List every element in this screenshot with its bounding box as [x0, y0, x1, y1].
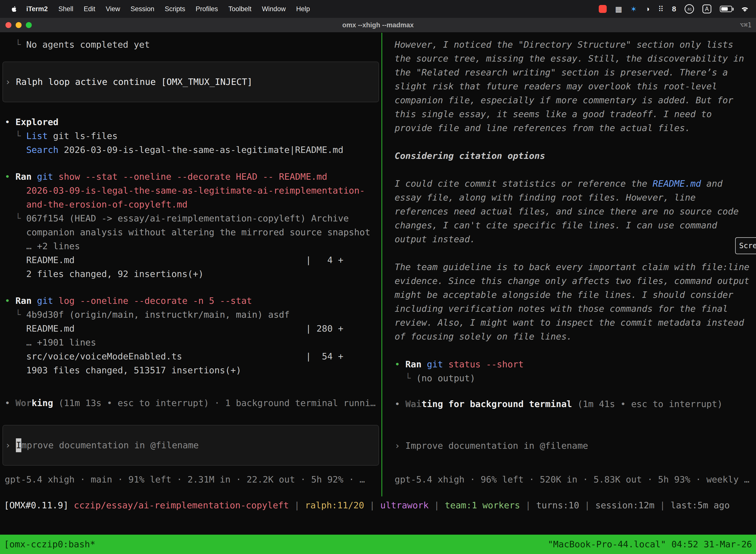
model-status-line: gpt-5.4 xhigh · main · 91% left · 2.31M …: [5, 473, 376, 487]
omx-last-activity: last:5m ago: [671, 498, 730, 512]
left-pane[interactable]: └No agents completed yet › Ralph loop ac…: [0, 33, 381, 496]
menu-item-help[interactable]: Help: [291, 5, 315, 13]
working-status-line: • Working (11m 13s • esc to interrupt) ·…: [5, 396, 376, 410]
prompt-input-area[interactable]: › Improve documentation in @filename: [395, 426, 750, 466]
truncated-lines-note: … +1901 lines: [15, 336, 96, 349]
right-pane[interactable]: However, I noticed the "Directory Struct…: [382, 33, 756, 496]
text-cursor: I: [16, 438, 21, 452]
dots-grid-icon[interactable]: ⠿: [658, 5, 664, 13]
tree-branch-icon: └: [15, 308, 26, 322]
menu-item-session[interactable]: Session: [125, 5, 160, 13]
truncated-lines-note: … +2 lines: [15, 239, 80, 253]
agents-completed-line: └No agents completed yet: [5, 38, 376, 52]
diffstat-summary: 2 files changed, 92 insertions(+): [15, 267, 204, 281]
waiting-status-line: • Waiting for background terminal (1m 41…: [395, 397, 750, 411]
thinking-heading: Considering citation options: [395, 149, 750, 163]
window-title-bar[interactable]: omx --xhigh --madmax ⌥⌘1: [0, 18, 756, 33]
menu-item-window[interactable]: Window: [257, 5, 291, 13]
prompt-placeholder: mprove documentation in @filename: [21, 438, 199, 452]
prompt-input-box[interactable]: › Improve documentation in @filename: [2, 425, 379, 466]
search-action-label: Search: [26, 143, 59, 157]
explored-title: Explored: [15, 115, 58, 129]
injected-message-text: Ralph loop active continue [OMX_TMUX_INJ…: [16, 75, 252, 89]
bullet-icon: •: [395, 357, 405, 371]
bullet-icon: •: [5, 294, 15, 308]
omx-version: [OMX#0.11.9]: [4, 498, 68, 512]
bullet-icon: •: [5, 170, 15, 184]
menu-item-toolbelt[interactable]: Toolbelt: [223, 5, 257, 13]
commit-summary: 067f154 (HEAD -> essay/ai-reimplementati…: [26, 212, 376, 239]
menu-bar: iTerm2 Shell Edit View Session Scripts P…: [0, 0, 756, 18]
diffstat-line: README.md | 4 +: [15, 253, 343, 267]
menu-status-icons: ▦ ✶ ◑ ⠿ 8 .61 A: [599, 4, 749, 14]
prompt-chevron-icon: ›: [395, 439, 405, 453]
tmux-panes: └No agents completed yet › Ralph loop ac…: [0, 33, 756, 496]
thinking-paragraph: However, I noticed the "Directory Struct…: [395, 38, 750, 135]
readme-link: README.md: [652, 178, 701, 189]
grid-icon[interactable]: ▦: [615, 5, 622, 13]
input-source-icon[interactable]: A: [702, 4, 711, 13]
menu-item-edit[interactable]: Edit: [79, 5, 101, 13]
model-status-line: gpt-5.4 xhigh · 96% left · 520K in · 5.8…: [395, 473, 750, 487]
bullet-icon: •: [395, 397, 405, 411]
essay-filename-line: and-the-erosion-of-copyleft.md: [15, 198, 188, 212]
menu-item-scripts[interactable]: Scripts: [160, 5, 190, 13]
command-output: (no output): [416, 371, 475, 385]
omx-mode: ultrawork: [380, 498, 429, 512]
injected-message-box: › Ralph loop active continue [OMX_TMUX_I…: [2, 62, 379, 102]
thinking-paragraph: The team guideline is to back every impo…: [395, 260, 750, 343]
minimize-window-button[interactable]: [16, 22, 21, 28]
terminal: └No agents completed yet › Ralph loop ac…: [0, 33, 756, 554]
ran-git-log-section: • Ran git log --oneline --decorate -n 5 …: [5, 294, 376, 377]
close-window-button[interactable]: [5, 22, 11, 28]
prompt-placeholder: Improve documentation in @filename: [405, 439, 588, 453]
menu-item-profiles[interactable]: Profiles: [190, 5, 223, 13]
list-action-label: List: [26, 129, 48, 143]
ran-label: Ran: [15, 294, 32, 308]
screen-toast: Scre: [735, 237, 756, 254]
left-pane-footer: • Working (11m 13s • esc to interrupt) ·…: [5, 396, 376, 487]
prompt-chevron-icon: ›: [5, 438, 16, 452]
omx-ralph-counter: ralph:11/20: [305, 498, 364, 512]
thinking-paragraph: I could cite commit statistics or refere…: [395, 177, 750, 246]
circle-icon[interactable]: ◑: [645, 5, 649, 13]
zoom-window-button[interactable]: [26, 22, 32, 28]
menu-item-iterm2[interactable]: iTerm2: [21, 5, 53, 13]
wifi-icon[interactable]: [741, 5, 749, 12]
tmux-host-clock: "MacBook-Pro-44.local" 04:52 31-Mar-26: [548, 537, 752, 551]
window-title: omx --xhigh --madmax: [0, 21, 756, 29]
tree-branch-icon: └: [15, 212, 26, 239]
window-controls: [0, 22, 32, 28]
ran-git-status-section: • Ran git status --short └ (no output): [395, 357, 750, 385]
explored-section: • Explored └ List git ls-files Search 20…: [5, 115, 376, 157]
screen-recording-indicator-icon[interactable]: [599, 5, 607, 13]
diffstat-summary: 1903 files changed, 513517 insertions(+): [15, 364, 241, 377]
omx-branch: cczip/essay/ai-reimplementation-copyleft: [74, 498, 289, 512]
tmux-status-bar: [omx-cczip0:bash* "MacBook-Pro-44.local"…: [0, 535, 756, 554]
ran-label: Ran: [15, 170, 32, 184]
apple-menu-icon[interactable]: [10, 5, 18, 13]
omx-turns: turns:10: [536, 498, 579, 512]
gauge-icon[interactable]: .61: [685, 4, 694, 14]
menu-item-view[interactable]: View: [101, 5, 125, 13]
diffstat-line: README.md | 280 +: [15, 322, 343, 336]
menu-item-shell[interactable]: Shell: [53, 5, 79, 13]
bullet-icon: •: [5, 396, 15, 410]
tmux-session-name: [omx-cczip0:bash*: [4, 537, 95, 551]
battery-icon[interactable]: [720, 6, 732, 12]
keyboard-8-icon[interactable]: 8: [672, 5, 676, 13]
chevron-icon: ›: [5, 75, 16, 89]
commit-summary: 4b9d30f (origin/main, instructkr/main, m…: [26, 308, 376, 322]
bullet-icon: •: [5, 115, 15, 129]
tree-branch-icon: └: [15, 129, 26, 143]
essay-filename-line: 2026-03-09-is-legal-the-same-as-legitima…: [15, 184, 365, 198]
omx-team: team:1 workers: [445, 498, 520, 512]
tree-branch-icon: └: [405, 371, 416, 385]
ran-git-show-section: • Ran git show --stat --oneline --decora…: [5, 170, 376, 281]
diffstat-line: src/voice/voiceModeEnabled.ts | 54 +: [15, 349, 343, 364]
omx-session-time: session:12m: [595, 498, 654, 512]
right-pane-footer: • Waiting for background terminal (1m 41…: [395, 397, 750, 487]
window-shortcut-badge: ⌥⌘1: [740, 21, 756, 29]
spark-icon[interactable]: ✶: [630, 5, 637, 13]
omx-status-bar: [OMX#0.11.9] cczip/essay/ai-reimplementa…: [0, 496, 756, 512]
